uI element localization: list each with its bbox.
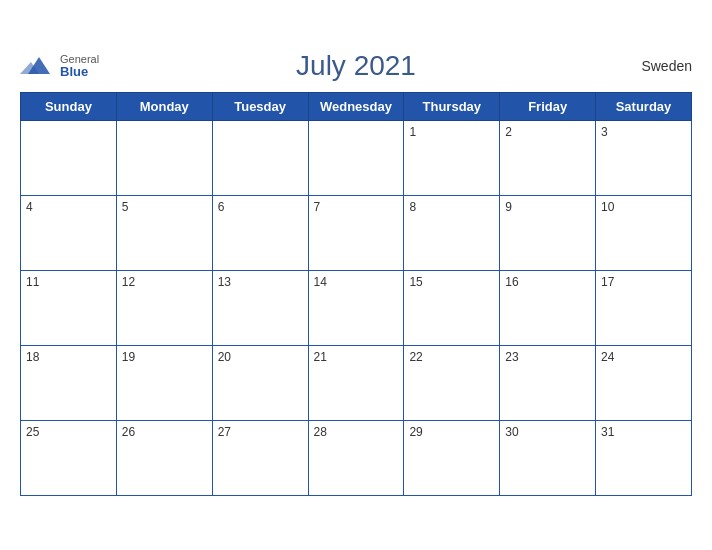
calendar-day-cell: 19: [116, 346, 212, 421]
calendar-day-cell: 17: [596, 271, 692, 346]
calendar-header: General Blue July 2021 Sweden: [20, 44, 692, 88]
calendar-day-cell: 1: [404, 121, 500, 196]
header-thursday: Thursday: [404, 93, 500, 121]
calendar-table: Sunday Monday Tuesday Wednesday Thursday…: [20, 92, 692, 496]
calendar-day-cell: [116, 121, 212, 196]
header-friday: Friday: [500, 93, 596, 121]
calendar-day-cell: 6: [212, 196, 308, 271]
logo-icon: [20, 52, 58, 80]
day-number: 2: [505, 125, 512, 139]
day-number: 22: [409, 350, 422, 364]
calendar-day-cell: 22: [404, 346, 500, 421]
calendar-day-cell: 12: [116, 271, 212, 346]
day-number: 19: [122, 350, 135, 364]
day-number: 9: [505, 200, 512, 214]
calendar-week-row: 45678910: [21, 196, 692, 271]
header-wednesday: Wednesday: [308, 93, 404, 121]
day-number: 20: [218, 350, 231, 364]
calendar-day-cell: 20: [212, 346, 308, 421]
day-number: 29: [409, 425, 422, 439]
calendar-day-cell: 11: [21, 271, 117, 346]
day-number: 26: [122, 425, 135, 439]
calendar-day-cell: 18: [21, 346, 117, 421]
calendar-day-cell: 24: [596, 346, 692, 421]
day-number: 30: [505, 425, 518, 439]
day-number: 21: [314, 350, 327, 364]
day-number: 10: [601, 200, 614, 214]
calendar-day-cell: 15: [404, 271, 500, 346]
calendar-day-cell: 27: [212, 421, 308, 496]
day-number: 6: [218, 200, 225, 214]
header-tuesday: Tuesday: [212, 93, 308, 121]
calendar-day-cell: 5: [116, 196, 212, 271]
header-monday: Monday: [116, 93, 212, 121]
calendar-day-cell: 29: [404, 421, 500, 496]
day-number: 7: [314, 200, 321, 214]
day-number: 13: [218, 275, 231, 289]
day-number: 11: [26, 275, 39, 289]
calendar-day-cell: 4: [21, 196, 117, 271]
calendar-day-cell: 10: [596, 196, 692, 271]
calendar-day-cell: 3: [596, 121, 692, 196]
calendar-day-cell: 25: [21, 421, 117, 496]
calendar-day-cell: 13: [212, 271, 308, 346]
day-number: 17: [601, 275, 614, 289]
calendar-day-cell: 16: [500, 271, 596, 346]
day-number: 8: [409, 200, 416, 214]
day-number: 28: [314, 425, 327, 439]
calendar-day-cell: 9: [500, 196, 596, 271]
calendar-day-cell: 31: [596, 421, 692, 496]
logo: General Blue: [20, 52, 99, 80]
calendar-day-cell: 14: [308, 271, 404, 346]
day-number: 25: [26, 425, 39, 439]
day-number: 3: [601, 125, 608, 139]
day-number: 1: [409, 125, 416, 139]
day-number: 15: [409, 275, 422, 289]
calendar-container: General Blue July 2021 Sweden Sunday Mon…: [0, 34, 712, 516]
calendar-day-cell: 7: [308, 196, 404, 271]
calendar-week-row: 11121314151617: [21, 271, 692, 346]
calendar-week-row: 25262728293031: [21, 421, 692, 496]
calendar-day-cell: 23: [500, 346, 596, 421]
header-sunday: Sunday: [21, 93, 117, 121]
calendar-day-cell: [212, 121, 308, 196]
calendar-day-cell: 30: [500, 421, 596, 496]
day-number: 12: [122, 275, 135, 289]
calendar-day-cell: 8: [404, 196, 500, 271]
day-number: 31: [601, 425, 614, 439]
day-number: 16: [505, 275, 518, 289]
calendar-week-row: 123: [21, 121, 692, 196]
day-number: 24: [601, 350, 614, 364]
day-number: 18: [26, 350, 39, 364]
day-number: 14: [314, 275, 327, 289]
logo-blue-text: Blue: [60, 65, 99, 78]
calendar-day-cell: 28: [308, 421, 404, 496]
calendar-country: Sweden: [641, 58, 692, 74]
weekday-header-row: Sunday Monday Tuesday Wednesday Thursday…: [21, 93, 692, 121]
header-saturday: Saturday: [596, 93, 692, 121]
calendar-day-cell: 2: [500, 121, 596, 196]
calendar-day-cell: 21: [308, 346, 404, 421]
calendar-day-cell: [308, 121, 404, 196]
day-number: 23: [505, 350, 518, 364]
calendar-day-cell: 26: [116, 421, 212, 496]
calendar-title: July 2021: [296, 50, 416, 82]
calendar-day-cell: [21, 121, 117, 196]
calendar-week-row: 18192021222324: [21, 346, 692, 421]
day-number: 4: [26, 200, 33, 214]
day-number: 27: [218, 425, 231, 439]
day-number: 5: [122, 200, 129, 214]
